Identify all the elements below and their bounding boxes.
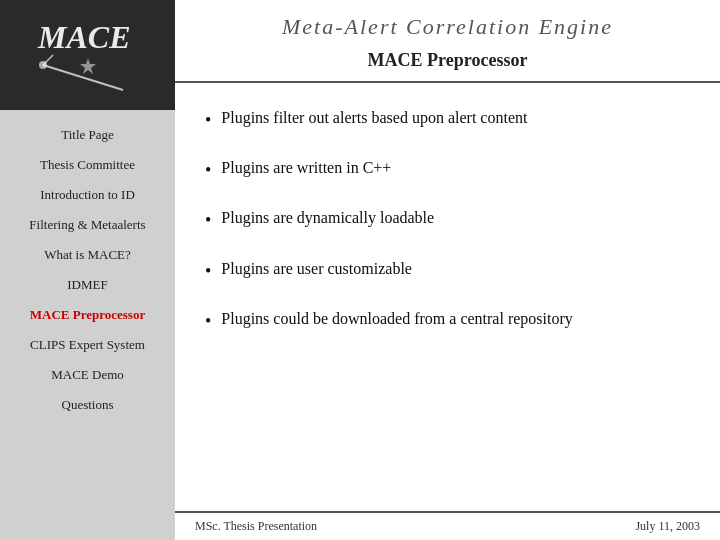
bullet-dot-4: •: [205, 309, 211, 334]
logo-area: MACE: [0, 0, 175, 110]
bullet-dot-0: •: [205, 108, 211, 133]
svg-point-3: [39, 61, 47, 69]
sidebar-item-6[interactable]: MACE Preprocessor: [0, 300, 175, 330]
sidebar-item-8[interactable]: MACE Demo: [0, 360, 175, 390]
slide-title: MACE Preprocessor: [195, 50, 700, 71]
sidebar-item-3[interactable]: Filtering & Metaalerts: [0, 210, 175, 240]
bullet-item-1: •Plugins are written in C++: [205, 157, 690, 183]
svg-line-1: [43, 65, 123, 90]
svg-marker-4: [80, 58, 96, 74]
bullet-item-4: •Plugins could be downloaded from a cent…: [205, 308, 690, 334]
header: Meta-Alert Correlation Engine MACE Prepr…: [175, 0, 720, 83]
sidebar-item-1[interactable]: Thesis Committee: [0, 150, 175, 180]
bullet-text-2: Plugins are dynamically loadable: [221, 207, 434, 229]
bullet-text-0: Plugins filter out alerts based upon ale…: [221, 107, 527, 129]
sidebar-item-4[interactable]: What is MACE?: [0, 240, 175, 270]
sidebar-item-9[interactable]: Questions: [0, 390, 175, 420]
content-area: •Plugins filter out alerts based upon al…: [175, 83, 720, 511]
bullet-text-4: Plugins could be downloaded from a centr…: [221, 308, 572, 330]
sidebar-item-7[interactable]: CLIPS Expert System: [0, 330, 175, 360]
bullet-item-0: •Plugins filter out alerts based upon al…: [205, 107, 690, 133]
bullet-dot-1: •: [205, 158, 211, 183]
bullet-item-3: •Plugins are user customizable: [205, 258, 690, 284]
footer-left: MSc. Thesis Presentation: [195, 519, 317, 534]
bullet-text-3: Plugins are user customizable: [221, 258, 412, 280]
sidebar-item-5[interactable]: IDMEF: [0, 270, 175, 300]
sidebar: MACE Title PageThesis CommitteeIntroduct…: [0, 0, 175, 540]
bullet-dot-2: •: [205, 208, 211, 233]
bullet-dot-3: •: [205, 259, 211, 284]
main-content: Meta-Alert Correlation Engine MACE Prepr…: [175, 0, 720, 540]
bullet-text-1: Plugins are written in C++: [221, 157, 391, 179]
mace-logo: MACE: [23, 10, 153, 100]
sidebar-item-2[interactable]: Introduction to ID: [0, 180, 175, 210]
footer-right: July 11, 2003: [635, 519, 700, 534]
sidebar-nav: Title PageThesis CommitteeIntroduction t…: [0, 110, 175, 420]
svg-text:MACE: MACE: [37, 19, 130, 55]
footer: MSc. Thesis Presentation July 11, 2003: [175, 511, 720, 540]
mace-subtitle: Meta-Alert Correlation Engine: [195, 14, 700, 40]
bullet-item-2: •Plugins are dynamically loadable: [205, 207, 690, 233]
sidebar-item-0[interactable]: Title Page: [0, 120, 175, 150]
